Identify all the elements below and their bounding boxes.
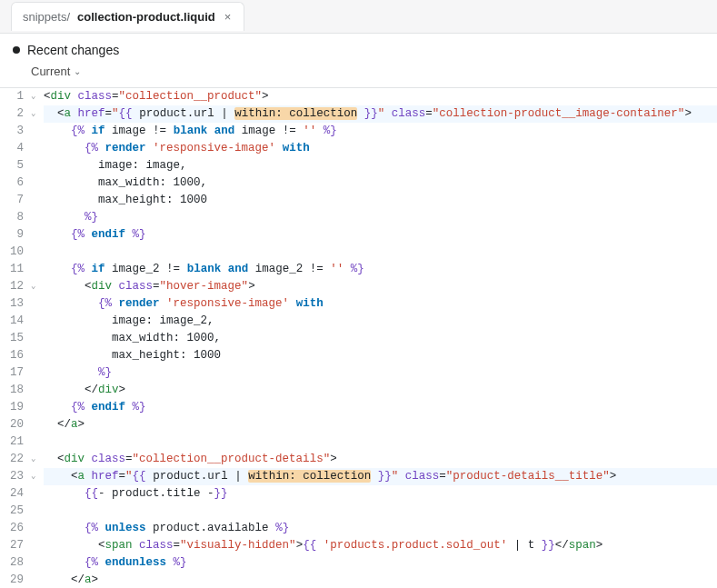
code-line[interactable]: <a href="{{ product.url | within: collec… bbox=[44, 105, 717, 123]
line-number: 28 bbox=[0, 554, 24, 572]
line-number: 14 bbox=[0, 313, 24, 330]
line-number: 12 bbox=[0, 278, 24, 295]
fold-toggle-icon[interactable]: ⌄ bbox=[31, 278, 40, 295]
line-number: 2 bbox=[0, 105, 24, 123]
close-icon[interactable]: × bbox=[223, 10, 234, 24]
fold-spacer bbox=[31, 537, 40, 554]
version-label: Current bbox=[31, 65, 70, 78]
version-selector[interactable]: Current ⌄ bbox=[0, 61, 717, 88]
line-number-gutter: 1234567891011121314151617181920212223242… bbox=[0, 88, 31, 588]
code-line[interactable]: image: image_2, bbox=[44, 313, 717, 330]
line-number: 15 bbox=[0, 330, 24, 347]
tab-filename: collection-product.liquid bbox=[77, 10, 215, 24]
fold-spacer bbox=[31, 244, 40, 261]
fold-spacer bbox=[31, 554, 40, 572]
fold-spacer bbox=[31, 330, 40, 347]
code-line[interactable]: <div class="hover-image"> bbox=[44, 278, 717, 295]
code-line[interactable]: <a href="{{ product.url | within: collec… bbox=[44, 468, 717, 485]
recent-changes-bar: Recent changes bbox=[0, 33, 717, 61]
code-line[interactable]: <span class="visually-hidden">{{ 'produc… bbox=[44, 537, 717, 554]
code-line[interactable]: max_width: 1000, bbox=[44, 330, 717, 347]
code-line[interactable]: {% if image_2 != blank and image_2 != ''… bbox=[44, 261, 717, 278]
fold-spacer bbox=[31, 226, 40, 244]
fold-spacer bbox=[31, 416, 40, 434]
code-line[interactable] bbox=[44, 434, 717, 451]
line-number: 22 bbox=[0, 451, 24, 468]
chevron-down-icon: ⌄ bbox=[74, 66, 81, 76]
line-number: 20 bbox=[0, 416, 24, 434]
code-line[interactable]: {% unless product.available %} bbox=[44, 520, 717, 537]
fold-spacer bbox=[31, 572, 40, 588]
fold-spacer bbox=[31, 382, 40, 399]
code-line[interactable]: max_height: 1000 bbox=[44, 192, 717, 209]
line-number: 25 bbox=[0, 503, 24, 520]
line-number: 4 bbox=[0, 140, 24, 157]
fold-spacer bbox=[31, 157, 40, 174]
line-number: 17 bbox=[0, 364, 24, 382]
fold-spacer bbox=[31, 174, 40, 192]
code-line[interactable]: {{- product.title -}} bbox=[44, 485, 717, 503]
fold-spacer bbox=[31, 140, 40, 157]
fold-toggle-icon[interactable]: ⌄ bbox=[31, 88, 40, 105]
code-line[interactable]: %} bbox=[44, 209, 717, 226]
fold-spacer bbox=[31, 364, 40, 382]
fold-spacer bbox=[31, 313, 40, 330]
code-line[interactable]: </div> bbox=[44, 382, 717, 399]
fold-spacer bbox=[31, 399, 40, 416]
line-number: 11 bbox=[0, 261, 24, 278]
line-number: 16 bbox=[0, 347, 24, 364]
line-number: 29 bbox=[0, 572, 24, 588]
file-tab[interactable]: snippets/collection-product.liquid × bbox=[11, 2, 244, 31]
line-number: 13 bbox=[0, 295, 24, 313]
code-line[interactable] bbox=[44, 503, 717, 520]
code-line[interactable]: {% endunless %} bbox=[44, 554, 717, 572]
tab-bar: snippets/collection-product.liquid × bbox=[0, 0, 717, 33]
fold-spacer bbox=[31, 347, 40, 364]
fold-spacer bbox=[31, 192, 40, 209]
code-line[interactable]: {% render 'responsive-image' with bbox=[44, 295, 717, 313]
line-number: 6 bbox=[0, 174, 24, 192]
code-line[interactable]: </a> bbox=[44, 416, 717, 434]
fold-spacer bbox=[31, 209, 40, 226]
unsaved-dot-icon bbox=[13, 46, 20, 54]
line-number: 9 bbox=[0, 226, 24, 244]
line-number: 19 bbox=[0, 399, 24, 416]
line-number: 8 bbox=[0, 209, 24, 226]
code-line[interactable]: </a> bbox=[44, 572, 717, 588]
code-line[interactable] bbox=[44, 244, 717, 261]
code-line[interactable]: max_width: 1000, bbox=[44, 174, 717, 192]
code-line[interactable]: <div class="collection__product-details"… bbox=[44, 451, 717, 468]
line-number: 27 bbox=[0, 537, 24, 554]
code-content[interactable]: <div class="collection__product"> <a hre… bbox=[40, 88, 717, 588]
code-line[interactable]: {% endif %} bbox=[44, 399, 717, 416]
fold-toggle-icon[interactable]: ⌄ bbox=[31, 468, 40, 485]
recent-changes-label: Recent changes bbox=[27, 43, 119, 57]
code-line[interactable]: <div class="collection__product"> bbox=[44, 88, 717, 105]
code-line[interactable]: {% if image != blank and image != '' %} bbox=[44, 123, 717, 140]
fold-spacer bbox=[31, 261, 40, 278]
line-number: 10 bbox=[0, 244, 24, 261]
code-line[interactable]: {% render 'responsive-image' with bbox=[44, 140, 717, 157]
fold-spacer bbox=[31, 295, 40, 313]
line-number: 5 bbox=[0, 157, 24, 174]
fold-spacer bbox=[31, 520, 40, 537]
fold-spacer bbox=[31, 434, 40, 451]
code-line[interactable]: %} bbox=[44, 364, 717, 382]
fold-spacer bbox=[31, 503, 40, 520]
code-line[interactable]: image: image, bbox=[44, 157, 717, 174]
code-line[interactable]: max_height: 1000 bbox=[44, 347, 717, 364]
line-number: 18 bbox=[0, 382, 24, 399]
line-number: 24 bbox=[0, 485, 24, 503]
code-line[interactable]: {% endif %} bbox=[44, 226, 717, 244]
line-number: 26 bbox=[0, 520, 24, 537]
line-number: 1 bbox=[0, 88, 24, 105]
fold-toggle-icon[interactable]: ⌄ bbox=[31, 451, 40, 468]
line-number: 21 bbox=[0, 434, 24, 451]
code-editor[interactable]: 1234567891011121314151617181920212223242… bbox=[0, 88, 717, 588]
fold-gutter[interactable]: ⌄⌄⌄⌄⌄ bbox=[31, 88, 40, 588]
line-number: 7 bbox=[0, 192, 24, 209]
line-number: 3 bbox=[0, 123, 24, 140]
tab-path-prefix: snippets/ bbox=[23, 10, 70, 24]
fold-spacer bbox=[31, 123, 40, 140]
fold-toggle-icon[interactable]: ⌄ bbox=[31, 105, 40, 123]
